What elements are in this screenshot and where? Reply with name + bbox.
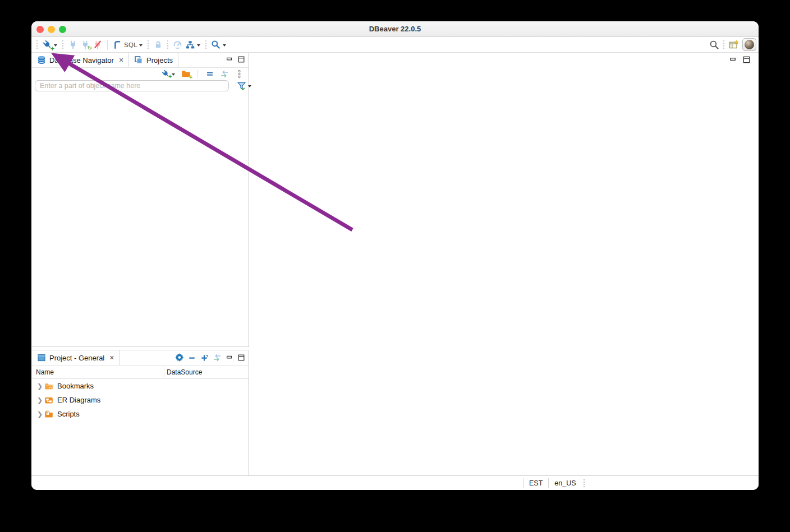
new-sql-editor-button[interactable]: SQL: [111, 38, 145, 52]
global-search-icon: [709, 40, 719, 50]
dashboard-icon: [173, 40, 183, 50]
object-search-input[interactable]: [35, 80, 229, 91]
project-icon: [37, 353, 46, 362]
new-connection-icon: +: [161, 70, 170, 78]
tree-row-er-diagrams[interactable]: ❯ ER Diagrams: [32, 393, 249, 407]
minimize-view-icon[interactable]: [226, 55, 233, 63]
disconnect-icon: [93, 40, 103, 50]
lock-icon: [153, 40, 163, 50]
toolbar-grip: [148, 40, 149, 49]
traffic-lights: [36, 26, 66, 33]
title-bar[interactable]: DBeaver 22.0.5: [31, 21, 759, 37]
reconnect-icon: ↻: [80, 40, 90, 50]
user-avatar: [745, 40, 754, 49]
minimize-view-icon[interactable]: [226, 354, 233, 362]
chevron-right-icon[interactable]: ❯: [36, 396, 44, 404]
new-connection-small-button[interactable]: +: [160, 67, 177, 81]
tab-database-navigator[interactable]: Database Navigator ×: [32, 53, 129, 67]
minimize-view-icon[interactable]: [729, 55, 737, 64]
plus-badge: +: [168, 73, 172, 80]
plus-badge: +: [50, 45, 54, 52]
maximize-view-icon[interactable]: [237, 55, 245, 63]
navigator-tab-row: Database Navigator × Projects: [32, 53, 249, 68]
link-with-editor-button[interactable]: [218, 67, 231, 81]
window-title: DBeaver 22.0.5: [369, 25, 421, 33]
close-window-button[interactable]: [36, 26, 44, 33]
maximize-view-icon[interactable]: [237, 354, 245, 362]
chevron-right-icon[interactable]: ❯: [36, 410, 44, 418]
tab-projects[interactable]: Projects: [129, 53, 178, 67]
link-with-editor-icon[interactable]: [213, 353, 222, 362]
connect-button[interactable]: [67, 38, 79, 52]
collapse-all-icon[interactable]: [188, 354, 196, 362]
view-menu-button[interactable]: [233, 67, 245, 81]
workbench-area: Database Navigator × Projects: [31, 53, 759, 475]
global-search-button[interactable]: [708, 38, 720, 52]
tab-project-general[interactable]: Project - General ×: [32, 350, 120, 365]
chevron-down-icon: [197, 44, 200, 47]
toolbar-separator: [107, 40, 108, 50]
er-diagram-button[interactable]: [184, 38, 203, 52]
toolbar-grip: [723, 40, 725, 49]
reconnect-button[interactable]: ↻: [79, 38, 91, 52]
disconnect-button[interactable]: [91, 38, 104, 52]
editor-area-buttons: [729, 55, 751, 64]
dashboard-button[interactable]: [172, 38, 184, 52]
tree-row-scripts[interactable]: ❯ Scripts: [32, 407, 249, 421]
maximize-view-icon[interactable]: [742, 55, 751, 64]
new-folder-icon: +: [181, 69, 191, 79]
new-connection-button[interactable]: +: [41, 38, 59, 52]
locale-status[interactable]: en_US: [549, 479, 581, 487]
navigator-toolbar: + +: [32, 68, 249, 80]
main-toolbar: + ↻: [31, 37, 759, 53]
navigator-tree-area[interactable]: [32, 92, 249, 346]
search-metadata-button[interactable]: [210, 38, 228, 52]
refresh-badge: ↻: [88, 45, 92, 52]
filter-button[interactable]: [235, 79, 254, 92]
collapse-all-icon: [205, 69, 215, 79]
expand-all-icon[interactable]: [200, 354, 209, 362]
settings-icon[interactable]: [175, 353, 184, 362]
close-tab-icon[interactable]: ×: [109, 354, 114, 362]
editor-area[interactable]: [252, 53, 755, 475]
tree-item-label: ER Diagrams: [57, 396, 100, 404]
perspective-icon: [729, 40, 739, 50]
bookmarks-folder-icon: [44, 382, 53, 391]
tree-item-label: Scripts: [57, 410, 80, 418]
desktop-background: DBeaver 22.0.5 + ↻: [0, 0, 790, 532]
new-folder-button[interactable]: +: [180, 67, 192, 81]
er-diagram-icon: [185, 40, 195, 50]
zoom-window-button[interactable]: [59, 26, 66, 33]
database-icon: [37, 55, 46, 64]
minimize-window-button[interactable]: [48, 26, 55, 33]
chevron-right-icon[interactable]: ❯: [36, 382, 44, 390]
toolbar-grip: [62, 40, 64, 49]
toolbar-grip: [167, 40, 169, 49]
projects-icon: [134, 55, 143, 64]
database-navigator-panel: Database Navigator × Projects: [32, 53, 249, 347]
user-profile-button[interactable]: [742, 38, 756, 51]
open-perspective-button[interactable]: [728, 38, 740, 52]
lock-button[interactable]: [152, 38, 164, 52]
status-bar: EST en_US: [31, 475, 759, 490]
tab-label: Project - General: [49, 354, 104, 362]
panel-buttons: [226, 55, 245, 63]
tree-row-bookmarks[interactable]: ❯ Bookmarks: [32, 379, 249, 393]
dbeaver-window: DBeaver 22.0.5 + ↻: [31, 21, 759, 490]
project-table-header[interactable]: Name DataSource: [32, 366, 249, 379]
project-tab-row: Project - General ×: [32, 350, 249, 366]
column-divider[interactable]: [164, 366, 164, 378]
project-panel-buttons: [175, 353, 245, 362]
collapse-all-button[interactable]: [204, 67, 216, 81]
plus-badge: +: [189, 74, 192, 81]
search-metadata-icon: [211, 40, 221, 50]
chevron-down-icon: [223, 44, 226, 47]
timezone-status[interactable]: EST: [523, 479, 548, 487]
status-group: EST en_US: [523, 476, 585, 490]
er-diagrams-icon: [44, 396, 53, 405]
toolbar-right-group: [708, 38, 756, 52]
column-header-datasource[interactable]: DataSource: [167, 368, 202, 376]
close-tab-icon[interactable]: ×: [119, 56, 123, 64]
column-header-name[interactable]: Name: [32, 368, 54, 376]
sql-editor-icon: [112, 40, 122, 50]
